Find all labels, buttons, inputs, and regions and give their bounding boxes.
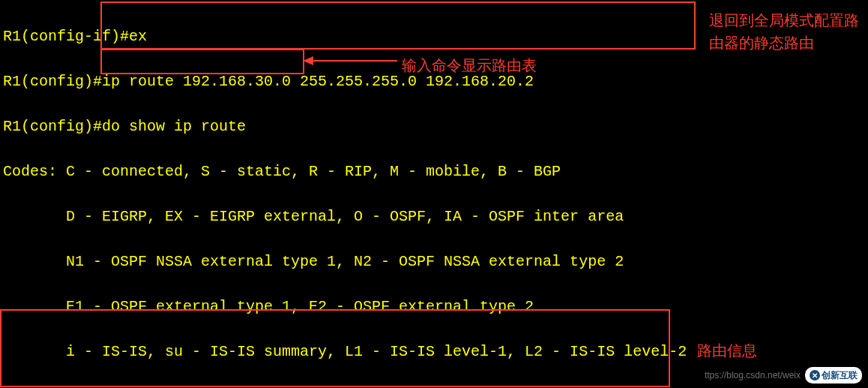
term-line: D - EIGRP, EX - EIGRP external, O - OSPF… bbox=[3, 206, 865, 228]
term-line: Codes: C - connected, S - static, R - RI… bbox=[3, 161, 865, 183]
highlight-box-show-route bbox=[100, 49, 304, 74]
logo-icon: ✕ bbox=[810, 370, 820, 380]
arrow-icon bbox=[304, 60, 397, 62]
annotation-config-static: 退回到全局模式配置路由器的静态路由 bbox=[709, 9, 863, 54]
highlight-box-commands bbox=[100, 2, 696, 50]
term-line: R1(config)#do show ip route bbox=[3, 116, 865, 138]
annotation-show-route: 输入命令显示路由表 bbox=[402, 54, 537, 77]
watermark-logo-text: 创新互联 bbox=[822, 368, 858, 382]
watermark-url: ttps://blog.csdn.net/weix bbox=[705, 368, 801, 382]
annotation-route-info: 路由信息 bbox=[697, 339, 757, 362]
highlight-box-routing-table bbox=[0, 309, 670, 387]
watermark-logo: ✕ 创新互联 bbox=[805, 367, 862, 383]
watermark: ttps://blog.csdn.net/weix ✕ 创新互联 bbox=[705, 367, 862, 383]
term-line: N1 - OSPF NSSA external type 1, N2 - OSP… bbox=[3, 251, 865, 273]
